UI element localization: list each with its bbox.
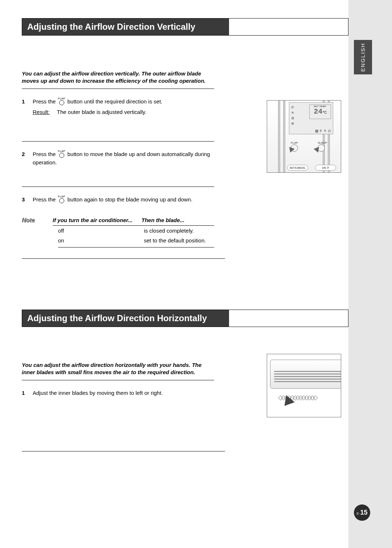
remote-lcd: ⟳✳⚙❄ SET TEMP. 24℃ ▦ ⚘ ⚘ ⚖	[289, 102, 333, 134]
step-number: 3	[22, 196, 33, 204]
direction-arrow-icon	[285, 395, 296, 408]
result-text: The outer blade is adjusted vertically.	[57, 109, 147, 115]
result-label: Result:	[33, 109, 50, 115]
set-cancel-button[interactable]: SET/CANCEL	[287, 165, 308, 171]
right-gutter	[348, 0, 392, 548]
section-end-rule	[22, 258, 225, 259]
set-temp-box: SET TEMP. 24℃	[309, 105, 331, 119]
note-table-header: If you turn the air conditioner... Then …	[53, 215, 214, 226]
mode-icons: ⟳✳⚙❄	[291, 105, 294, 126]
section2-intro: You can adjust the airflow direction hor…	[22, 361, 214, 380]
section-title: Adjusting the Airflow Direction Horizont…	[22, 310, 229, 327]
fan-icons: ▦ ⚘ ⚘ ⚖	[315, 129, 331, 133]
flap-button-icon: FLAP	[58, 195, 65, 203]
table-row: off is closed completely.	[58, 226, 214, 236]
ac-unit-body	[270, 360, 341, 389]
page-number: 15	[360, 509, 367, 516]
language-tab: ENGLISH	[354, 40, 372, 74]
step-text: Press the FLAP button until the required…	[33, 98, 214, 116]
step-number: 1	[22, 98, 33, 116]
step-row: 3 Press the FLAP button again to stop th…	[22, 196, 214, 204]
remote-control-figure: ⟳✳⚙❄ SET TEMP. 24℃ ▦ ⚘ ⚘ ⚖ FLAP SLEEP SE…	[267, 100, 341, 173]
section-header-horizontal: Adjusting the Airflow Direction Horizont…	[22, 310, 348, 327]
page-prefix: E-	[356, 512, 360, 515]
on-timer-button[interactable]: ON ⏱	[315, 165, 336, 171]
language-label: ENGLISH	[360, 43, 366, 72]
step-row: 2 Press the FLAP button to move the blad…	[22, 150, 214, 167]
section1-intro: You can adjust the airflow direction ver…	[22, 70, 214, 89]
flap-button-icon: FLAP	[58, 150, 65, 158]
section-header-vertical: Adjusting the Airflow Direction Vertical…	[22, 18, 348, 36]
step-text: Press the FLAP button to move the blade …	[33, 150, 214, 167]
step-number: 1	[22, 389, 33, 397]
note-label: Note	[22, 215, 53, 224]
page-number-badge: E-15	[354, 504, 370, 521]
step-row: 1 Adjust the inner blades by moving them…	[22, 389, 214, 397]
section-title: Adjusting the Airflow Direction Vertical…	[22, 19, 229, 35]
ac-unit-figure	[267, 354, 341, 417]
step-row: 1 Press the FLAP button until the requir…	[22, 98, 214, 116]
note-block: Note If you turn the air conditioner... …	[22, 215, 214, 248]
step-number: 2	[22, 150, 33, 167]
step-text: Press the FLAP button again to stop the …	[33, 196, 214, 204]
flap-button-icon: FLAP	[58, 97, 65, 105]
section-end-rule	[22, 451, 225, 451]
table-row: on set to the default position.	[58, 236, 214, 248]
step-text: Adjust the inner blades by moving them t…	[33, 389, 214, 397]
